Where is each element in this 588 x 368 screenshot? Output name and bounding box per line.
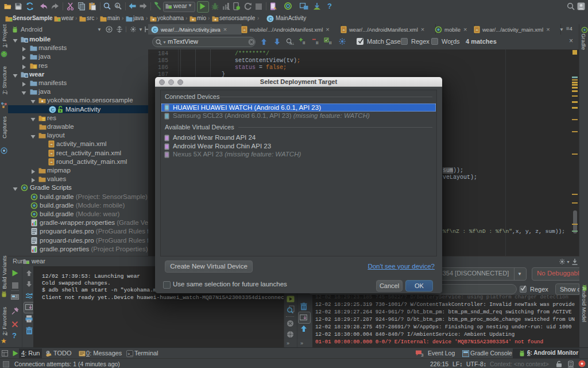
svg-text:A: A (116, 4, 119, 8)
svg-text:C: C (268, 16, 272, 22)
svg-text:C: C (153, 27, 157, 33)
svg-text:>_: >_ (127, 352, 133, 356)
svg-text:II: II (303, 40, 305, 45)
svg-text:II: II (316, 40, 318, 45)
svg-text:ALL: ALL (289, 42, 294, 45)
svg-text:C: C (51, 107, 55, 113)
svg-text:II: II (329, 40, 331, 45)
